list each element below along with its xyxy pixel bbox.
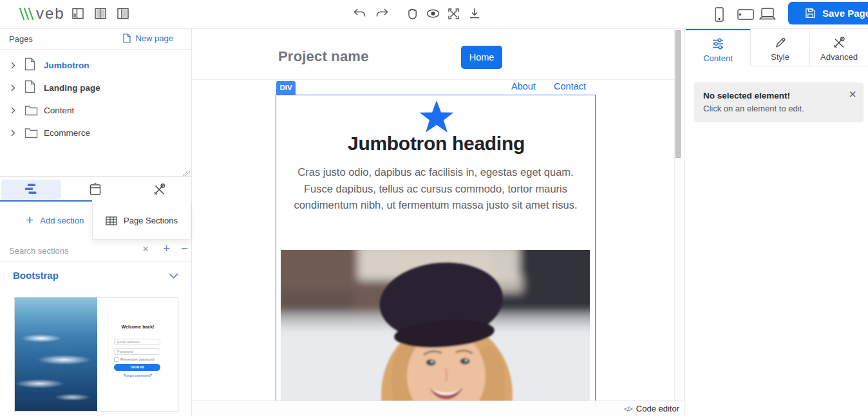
tools-icon [153, 183, 166, 196]
no-selection-alert: No selected element! Click on an element… [694, 82, 863, 122]
resize-grip-icon[interactable] [182, 171, 191, 176]
star-icon[interactable] [419, 100, 455, 135]
canvas-scrollbar[interactable] [674, 29, 681, 401]
desktop-view-icon[interactable] [759, 8, 776, 20]
grid-icon [106, 216, 117, 225]
pan-hand-icon[interactable] [406, 7, 419, 21]
undo-icon[interactable] [354, 8, 366, 19]
fullscreen-icon[interactable] [448, 8, 460, 20]
page-item-ecommerce[interactable]: Ecommerce [0, 122, 191, 143]
tab-style[interactable]: Style [750, 29, 809, 66]
page-label: Content [44, 106, 74, 115]
alert-text: Click on an element to edit. [703, 104, 804, 113]
thumbnail-title: Welcome back! [97, 325, 178, 329]
jumbotron-paragraph[interactable]: Cras justo odio, dapibus ac facilisis in… [283, 164, 588, 214]
selected-element-tag: DIV [276, 81, 296, 95]
tablet-view-icon[interactable] [737, 9, 754, 20]
download-icon[interactable] [469, 8, 480, 19]
tab-content[interactable]: Content [686, 29, 750, 66]
pages-header: Pages New page [0, 29, 191, 50]
search-sections-row: × + − [0, 240, 191, 262]
alert-title: No selected element! [703, 91, 790, 100]
thumbnail-email-field: Email address [114, 339, 160, 345]
jumbotron-photo[interactable] [281, 250, 590, 401]
logo-text: veb [36, 6, 65, 21]
redo-icon[interactable] [376, 8, 388, 19]
page-sections-button[interactable]: Page Sections [92, 202, 191, 240]
tab-blocks[interactable] [89, 183, 102, 196]
expand-chevron-icon[interactable] [11, 129, 15, 137]
thumbnail-forgot-link: Forgot password? [97, 373, 178, 378]
thumbnail-mountain-image [15, 298, 97, 411]
page-item-landing-page[interactable]: Landing page [0, 77, 191, 98]
code-icon: </> [624, 405, 632, 413]
section-thumbnail-login[interactable]: Welcome back! Email address Password Rem… [14, 297, 178, 411]
preview-eye-icon[interactable] [426, 9, 440, 18]
nav-item-home[interactable]: Home [461, 46, 502, 69]
save-page-button[interactable]: Save Page [788, 2, 868, 24]
plus-icon: + [26, 214, 33, 227]
sections-icon [24, 183, 37, 195]
folder-icon [24, 128, 38, 138]
code-editor-toggle[interactable]: Code editor [636, 404, 679, 413]
new-file-icon [123, 33, 131, 43]
search-sections-input[interactable] [8, 243, 129, 258]
thumbnail-remember-row: Remember password [114, 357, 154, 362]
active-tab-underline [0, 200, 92, 202]
right-inspector-panel: Content Style Advanced No selected eleme… [686, 29, 868, 416]
jumbotron-heading[interactable]: Jumbotron heading [276, 133, 596, 155]
bootstrap-group-label: Bootstrap [13, 270, 59, 281]
toggle-left-panel-icon[interactable] [95, 8, 106, 19]
tools-icon [833, 36, 846, 50]
expand-chevron-icon[interactable] [11, 62, 15, 69]
logo-slashes-icon [18, 6, 36, 21]
folder-icon [24, 105, 38, 116]
vveb-logo[interactable]: veb [18, 6, 65, 21]
expand-chevron-icon[interactable] [11, 84, 15, 91]
nav-item-about[interactable]: About [511, 81, 536, 91]
pencil-icon [774, 36, 787, 49]
panel-resize-divider[interactable] [0, 176, 191, 177]
top-toolbar: veb [0, 0, 868, 29]
tab-sections[interactable] [24, 183, 37, 195]
thumbnail-password-field: Password [114, 348, 160, 355]
expand-chevron-icon[interactable] [11, 107, 15, 114]
bootstrap-group-header[interactable]: Bootstrap [0, 263, 191, 288]
thumbnail-signin-button: SIGN IN [114, 364, 160, 371]
left-panel: Pages New page Jumbotron Landing page [0, 29, 191, 416]
file-icon [24, 57, 35, 71]
save-floppy-icon [805, 8, 816, 19]
sliders-icon [712, 37, 724, 50]
expand-all-icon[interactable]: + [163, 241, 170, 256]
box-icon [89, 183, 102, 196]
jumbotron-section[interactable]: Jumbotron heading Cras justo odio, dapib… [276, 95, 596, 401]
section-divider [192, 79, 674, 80]
canvas-bottom-bar: </> Code editor [192, 401, 684, 416]
clear-search-icon[interactable]: × [142, 243, 149, 256]
file-icon [24, 80, 35, 93]
toggle-file-panel-icon[interactable] [72, 8, 84, 19]
close-icon[interactable]: × [849, 88, 856, 100]
page-builder-app: veb [0, 0, 868, 416]
right-panel-border [684, 29, 685, 416]
page-item-jumbotron[interactable]: Jumbotron [0, 55, 191, 75]
nav-item-contact[interactable]: Contact [554, 81, 586, 91]
add-section-button[interactable]: + Add section [26, 214, 84, 227]
mobile-view-icon[interactable] [715, 7, 724, 22]
page-label: Jumbotron [44, 61, 90, 70]
toggle-right-panel-icon[interactable] [117, 8, 129, 19]
page-label: Ecommerce [44, 128, 90, 138]
thumbnail-checkbox [114, 357, 118, 362]
pages-title: Pages [9, 34, 33, 44]
save-page-label: Save Page [822, 8, 868, 19]
tab-configure[interactable] [153, 183, 166, 196]
new-page-button[interactable]: New page [123, 33, 173, 43]
page-label: Landing page [44, 83, 100, 93]
navbar-brand[interactable]: Project name [278, 48, 369, 65]
collapse-all-icon[interactable]: − [181, 241, 188, 256]
page-item-content[interactable]: Content [0, 100, 191, 120]
editor-canvas: Project name Home About Contact DIV Jumb… [192, 29, 674, 416]
scrollbar-thumb[interactable] [675, 30, 681, 158]
chevron-down-icon [169, 273, 178, 279]
tab-advanced[interactable]: Advanced [809, 29, 868, 66]
